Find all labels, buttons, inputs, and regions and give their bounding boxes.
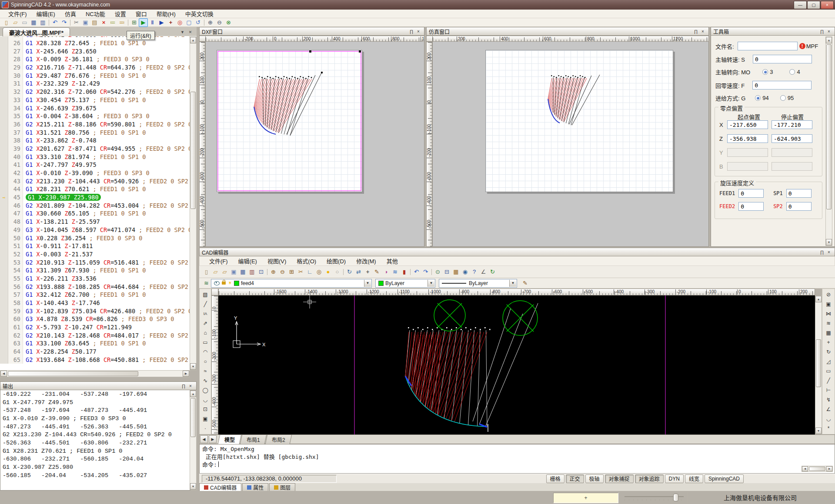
scroll-up-icon[interactable]: ▲ (826, 37, 832, 43)
command-hscroll-thumb[interactable] (809, 467, 825, 471)
home-speed-input[interactable] (752, 81, 812, 90)
code-line[interactable]: 64G1 X-228.254 Z50.177 (0, 348, 190, 356)
code-line[interactable]: 28G1 X-0.009 Z-36.181 ; FEED3 0 SP3 0 (0, 55, 190, 63)
close-icon[interactable]: × (825, 28, 832, 35)
code-line[interactable]: 61G2 X-5.793 Z-10.247 CR=121.949 (0, 323, 190, 332)
code-line[interactable]: 65G2 X193.684 Z-108.668 CR=450.881 ; FEE… (0, 356, 190, 364)
cad-help-icon[interactable]: ? (470, 268, 479, 276)
run-icon[interactable]: ▶ (139, 18, 148, 27)
speed-slider[interactable] (625, 493, 684, 502)
code-line[interactable]: 27G1 X-245.646 Z23.650 (0, 47, 190, 55)
new-file-icon[interactable]: ▯ (2, 18, 11, 27)
save-file-icon[interactable]: ▦ (29, 18, 38, 27)
dxf-viewport[interactable] (205, 42, 424, 247)
erase-tool-icon[interactable]: ⊘ (823, 290, 834, 299)
code-line[interactable]: 42G1 X-0.010 Z-39.090 ; FEED3 0 SP3 0 (0, 169, 190, 177)
chamfer-tool-icon[interactable]: ∠ (823, 405, 834, 414)
toggle-DYN[interactable]: DYN (665, 474, 684, 483)
command-window[interactable]: 命令: Mx_OpenMxg 正在用[hztxt.shx] 替换 [gbcbig… (199, 444, 835, 474)
revcloud-tool-icon[interactable]: ≈ (200, 366, 210, 376)
copy-tool-icon[interactable]: ▣ (823, 299, 834, 309)
cad-open-dwg-icon[interactable]: ▱ (220, 268, 229, 276)
breakpoint-margin[interactable] (0, 218, 8, 226)
offset-x-stop-input[interactable] (772, 120, 812, 129)
code-line[interactable]: 52G1 X-0.003 Z-21.537 (0, 250, 190, 259)
breakpoint-margin[interactable] (0, 185, 8, 193)
make-block-tool-icon[interactable]: ▣ (200, 414, 210, 424)
feed1-input[interactable] (738, 189, 764, 198)
scroll-left-icon[interactable]: ◀ (0, 371, 7, 377)
offset-z-start-input[interactable] (727, 134, 768, 143)
insert-block-tool-icon[interactable]: ⊡ (200, 405, 210, 414)
toggle-极轴[interactable]: 极轴 (585, 474, 604, 483)
sim-viewport[interactable] (432, 42, 709, 247)
code-line[interactable]: 29G2 X216.716 Z-71.448 CR=644.376 ; FEED… (0, 63, 190, 72)
tab-list-dropdown-icon[interactable]: ▼ (179, 29, 186, 35)
tab-scroll-left-icon[interactable]: ◀ (200, 435, 208, 443)
chevron-down-icon[interactable]: ▼ (428, 280, 434, 287)
sim-window-icon[interactable]: ▢ (184, 18, 194, 27)
cad-preview-icon[interactable]: ⊡ (257, 268, 266, 276)
cad-layers2-icon[interactable]: ≋ (391, 268, 400, 276)
cad-open-icon[interactable]: ▱ (211, 268, 220, 276)
menu-item-1[interactable]: 编辑(E) (32, 9, 60, 19)
cad-redo-icon[interactable]: ↷ (421, 268, 430, 276)
code-line[interactable]: 47G1 X30.660 Z65.105 ; FEED1 0 SP1 0 (0, 209, 190, 218)
cad-vscroll-thumb[interactable] (816, 339, 821, 387)
cad-plot-icon[interactable]: ▥ (247, 268, 257, 276)
xline-tool-icon[interactable]: ⇗ (200, 318, 210, 328)
cad-view-icon[interactable]: ◉ (461, 268, 470, 276)
menu-item-6[interactable]: 帮助(H) (152, 9, 180, 19)
minimize-button[interactable]: — (794, 1, 807, 9)
breakpoint-margin[interactable] (0, 153, 8, 161)
breakpoint-margin[interactable] (0, 161, 8, 169)
extend-tool-icon[interactable]: ⊢ (823, 385, 834, 395)
breakpoint-margin[interactable] (0, 169, 8, 177)
cad-menu-item-1[interactable]: 编辑(E) (233, 256, 262, 266)
cad-menu-item-3[interactable]: 格式(O) (291, 256, 321, 266)
offset-z-stop-input[interactable] (772, 134, 812, 143)
code-line[interactable]: 31G1 X-232.329 Z-12.429 (0, 80, 190, 88)
zoom-in-icon[interactable]: ⊕ (206, 18, 215, 27)
cad-insert-block-icon[interactable]: ▣ (229, 268, 238, 276)
scale-tool-icon[interactable]: ◿ (823, 357, 834, 366)
offset-x-start-input[interactable] (727, 120, 768, 129)
breakpoint-margin[interactable] (0, 307, 8, 315)
breakpoint-margin[interactable] (0, 104, 8, 112)
linetype-combo[interactable]: ByLayer ▼ (439, 279, 517, 288)
layer-visible-icon[interactable] (214, 281, 220, 285)
breakpoint-margin[interactable] (0, 348, 8, 356)
code-line[interactable]: 40G1 X33.310 Z81.974 ; FEED1 0 SP1 0 (0, 153, 190, 161)
menu-item-7[interactable]: 中英文切换 (180, 9, 218, 19)
scroll-down-icon[interactable]: ▼ (190, 363, 196, 370)
breakpoint-margin[interactable] (0, 201, 8, 209)
breakpoint-margin[interactable] (0, 315, 8, 323)
code-line[interactable]: 63G1 X33.100 Z63.645 ; FEED1 0 SP1 0 (0, 339, 190, 348)
cad-osnap-icon[interactable]: ⊙ (433, 268, 442, 276)
code-vscroll-thumb[interactable] (190, 92, 196, 209)
breakpoint-margin[interactable] (0, 275, 8, 283)
zoom-out-icon[interactable]: ⊖ (215, 18, 224, 27)
breakpoint-margin[interactable] (0, 356, 8, 364)
rotate-tool-icon[interactable]: ↻ (823, 347, 834, 357)
color-combo[interactable]: ByLayer ▼ (375, 279, 435, 288)
cad-move-view-icon[interactable]: + (363, 268, 372, 276)
code-line[interactable]: 44G1 X28.231 Z70.621 ; FEED1 0 SP1 0 (0, 185, 190, 193)
breakpoint-margin[interactable] (0, 258, 8, 266)
pin-icon[interactable]: ∏ (692, 28, 699, 35)
cad-vscrollbar[interactable]: ▲ ▼ (815, 295, 822, 434)
breakpoint-margin[interactable] (0, 80, 8, 88)
bottom-tab-属性[interactable]: 属性 (242, 483, 268, 491)
delete-icon[interactable]: × (99, 18, 108, 27)
code-line[interactable]: 50G1 X0.228 Z36.254 ; FEED3 0 SP3 0 (0, 234, 190, 242)
breakpoint-margin[interactable] (0, 209, 8, 218)
paste-icon[interactable]: ▤ (90, 18, 99, 27)
breakpoint-margin[interactable] (0, 71, 8, 80)
cut-icon[interactable]: ✂ (72, 18, 81, 27)
grid-table-icon[interactable]: ⊞ (130, 18, 139, 27)
output-vscroll-thumb[interactable] (190, 398, 196, 437)
breakpoint-margin[interactable] (0, 250, 8, 259)
pin-icon[interactable]: ∏ (180, 383, 187, 389)
breakpoint-margin[interactable] (0, 323, 8, 332)
cad-measure-icon[interactable]: ∠ (479, 268, 488, 276)
